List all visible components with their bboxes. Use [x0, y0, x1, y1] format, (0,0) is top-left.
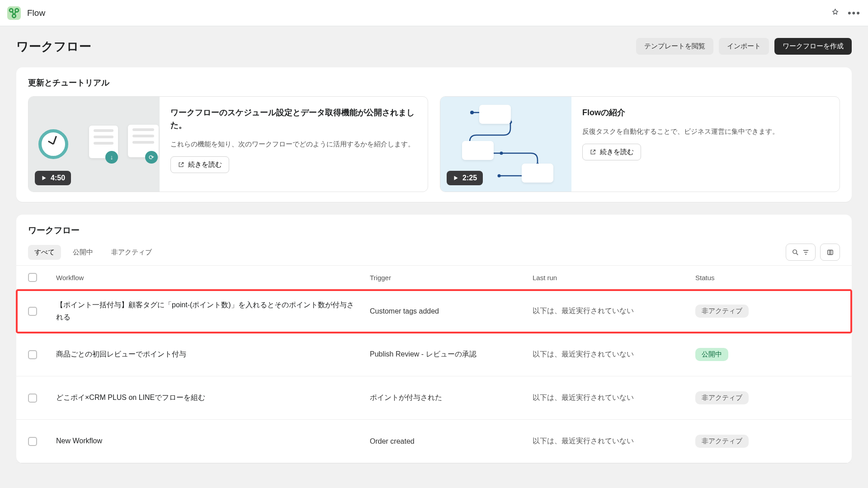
templates-button[interactable]: テンプレートを閲覧	[636, 38, 713, 55]
tutorial-title: Flowの紹介	[582, 107, 829, 119]
svg-point-9	[793, 249, 797, 253]
columns-button[interactable]	[820, 244, 840, 261]
workflows-head: ワークフロー	[16, 215, 852, 236]
workflow-trigger: Publish Review - レビューの承認	[370, 350, 533, 359]
tutorial-body: ワークフローのスケジュール設定とデータ取得機能が公開されました。 これらの機能を…	[160, 97, 428, 192]
tutorial-thumbnail: 2:25	[440, 97, 571, 192]
row-checkbox[interactable]	[28, 350, 37, 359]
table-row[interactable]: どこポイ×CRM PLUS on LINEでフローを組むポイントが付与された以下…	[16, 376, 852, 420]
svg-point-8	[498, 174, 501, 178]
workflow-table: Workflow Trigger Last run Status 【ポイント一括…	[16, 265, 852, 463]
workflow-lastrun: 以下は、最近実行されていない	[533, 306, 695, 316]
tutorial-title: ワークフローのスケジュール設定とデータ取得機能が公開されました。	[170, 107, 417, 132]
workflow-tabs: すべて 公開中 非アクティブ	[28, 245, 158, 260]
svg-rect-10	[827, 250, 832, 254]
tutorial-body: Flowの紹介 反復タスクを自動化することで、ビジネス運営に集中できます。 続き…	[571, 97, 840, 192]
row-checkbox[interactable]	[28, 394, 37, 403]
status-badge: 非アクティブ	[695, 435, 749, 448]
tab-all[interactable]: すべて	[28, 245, 61, 260]
row-checkbox[interactable]	[28, 307, 37, 316]
workflow-trigger: ポイントが付与された	[370, 393, 533, 403]
table-tools	[786, 244, 840, 261]
status-badge: 公開中	[695, 348, 728, 361]
col-trigger[interactable]: Trigger	[370, 274, 533, 282]
read-more-button[interactable]: 続きを読む	[582, 144, 641, 160]
tutorial-desc: 反復タスクを自動化することで、ビジネス運営に集中できます。	[582, 126, 829, 137]
svg-point-2	[12, 14, 16, 18]
topbar-left: Flow	[7, 6, 45, 20]
topbar-right: •••	[831, 8, 861, 18]
search-icon	[792, 249, 799, 256]
play-icon	[453, 175, 459, 181]
clock-icon	[38, 129, 68, 159]
svg-point-6	[500, 152, 503, 155]
page-title: ワークフロー	[16, 38, 91, 55]
workflow-lastrun: 以下は、最近実行されていない	[533, 436, 695, 446]
table-row[interactable]: 商品ごとの初回レビューでポイント付与Publish Review - レビューの…	[16, 333, 852, 376]
table-header-row: Workflow Trigger Last run Status	[16, 265, 852, 290]
app-title: Flow	[27, 8, 45, 18]
table-row[interactable]: New WorkflowOrder created以下は、最近実行されていない非…	[16, 420, 852, 463]
tutorial-thumbnail: ↓ ⟳ 4:50	[28, 97, 160, 192]
play-icon	[41, 175, 47, 181]
select-all-checkbox[interactable]	[28, 273, 37, 282]
workflow-status: 非アクティブ	[695, 305, 840, 318]
workflows-panel: ワークフロー すべて 公開中 非アクティブ Workflow	[16, 215, 852, 463]
page: ワークフロー テンプレートを閲覧 インポート ワークフローを作成 更新とチュート…	[0, 26, 868, 475]
col-lastrun[interactable]: Last run	[533, 274, 695, 282]
download-icon: ↓	[105, 151, 118, 164]
read-more-label: 続きを読む	[188, 160, 222, 169]
import-button[interactable]: インポート	[719, 38, 769, 55]
flow-node-icon	[479, 105, 511, 124]
refresh-icon: ⟳	[145, 151, 158, 164]
workflow-name: New Workflow	[56, 435, 370, 447]
table-row[interactable]: 【ポイント一括付与】顧客タグに「point-(ポイント数)」を入れるとそのポイン…	[16, 290, 852, 333]
flow-node-icon	[522, 164, 553, 183]
workflow-lastrun: 以下は、最近実行されていない	[533, 393, 695, 403]
tutorial-desc: これらの機能を知り、次のワークフローでどのように活用するかを紹介します。	[170, 138, 417, 150]
tab-published[interactable]: 公開中	[66, 245, 99, 260]
workflow-trigger: Customer tags added	[370, 307, 533, 315]
tab-inactive[interactable]: 非アクティブ	[105, 245, 158, 260]
read-more-button[interactable]: 続きを読む	[170, 156, 229, 173]
col-workflow[interactable]: Workflow	[56, 274, 370, 282]
workflow-lastrun: 以下は、最近実行されていない	[533, 350, 695, 359]
external-link-icon	[590, 149, 596, 155]
workflow-name: 商品ごとの初回レビューでポイント付与	[56, 348, 370, 360]
header-actions: テンプレートを閲覧 インポート ワークフローを作成	[636, 38, 852, 55]
search-sort-button[interactable]	[786, 244, 816, 261]
svg-point-3	[470, 111, 474, 114]
tutorial-card-intro[interactable]: 2:25 Flowの紹介 反復タスクを自動化することで、ビジネス運営に集中できま…	[440, 96, 840, 192]
duration-text: 4:50	[51, 174, 65, 182]
create-workflow-button[interactable]: ワークフローを作成	[774, 38, 852, 55]
workflow-status: 非アクティブ	[695, 435, 840, 448]
workflow-trigger: Order created	[370, 437, 533, 446]
workflow-name: 【ポイント一括付与】顧客タグに「point-(ポイント数)」を入れるとそのポイン…	[56, 299, 370, 323]
duration-text: 2:25	[462, 174, 477, 182]
status-badge: 非アクティブ	[695, 391, 749, 404]
tutorial-card-scheduling[interactable]: ↓ ⟳ 4:50 ワークフローのスケジュール設定とデータ取得機能が公開されました…	[28, 96, 428, 192]
app-icon	[7, 6, 21, 20]
more-menu-icon[interactable]: •••	[848, 8, 861, 18]
workflow-name: どこポイ×CRM PLUS on LINEでフローを組む	[56, 392, 370, 404]
pin-icon[interactable]	[831, 8, 840, 18]
topbar: Flow •••	[0, 0, 868, 26]
duration-badge: 2:25	[447, 171, 483, 185]
duration-badge: 4:50	[35, 171, 71, 185]
col-status[interactable]: Status	[695, 274, 840, 282]
tutorials-heading: 更新とチュートリアル	[28, 77, 840, 88]
columns-icon	[826, 249, 834, 256]
workflow-tabs-row: すべて 公開中 非アクティブ	[16, 244, 852, 265]
flow-node-icon	[462, 141, 494, 160]
read-more-label: 続きを読む	[600, 148, 634, 156]
external-link-icon	[178, 161, 184, 168]
filter-icon	[802, 249, 810, 256]
workflow-status: 公開中	[695, 348, 840, 361]
workflow-status: 非アクティブ	[695, 391, 840, 404]
row-checkbox[interactable]	[28, 437, 37, 446]
status-badge: 非アクティブ	[695, 305, 749, 318]
tutorials-panel: 更新とチュートリアル ↓ ⟳ 4:50	[16, 67, 852, 202]
workflows-heading: ワークフロー	[28, 225, 840, 236]
tutorials-row: ↓ ⟳ 4:50 ワークフローのスケジュール設定とデータ取得機能が公開されました…	[28, 96, 840, 192]
page-header: ワークフロー テンプレートを閲覧 インポート ワークフローを作成	[16, 38, 852, 55]
